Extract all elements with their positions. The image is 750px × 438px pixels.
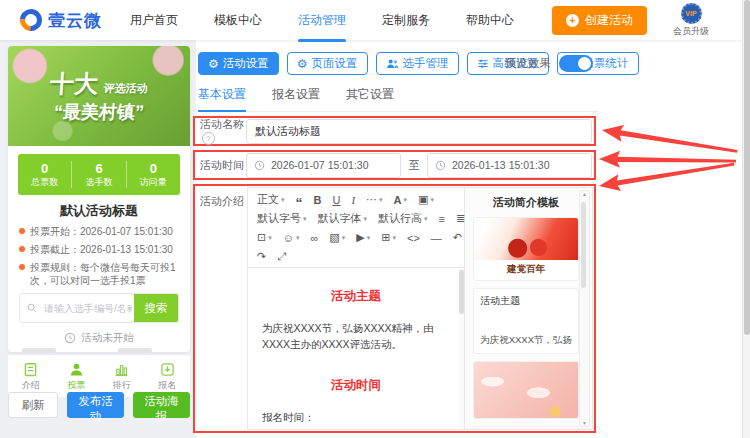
editor-toolbar: 正文▾ “ B U I ⋯▾ A▾ ▣▾ 默认字号▾ 默认字体▾ 默认行高▾ ≡ (248, 188, 464, 267)
person-icon (69, 362, 84, 377)
refresh-button[interactable]: 刷新 (8, 392, 58, 418)
font-color-dropdown[interactable]: A▾ (389, 191, 412, 208)
template-card-pink[interactable] (473, 361, 579, 419)
caret-down-icon: ▾ (392, 234, 396, 242)
scroll-up-icon[interactable]: ▲ (582, 191, 587, 197)
preview-toggle-group: 预览效果 (505, 55, 593, 72)
scrollbar-thumb[interactable] (744, 0, 750, 335)
tab-other-settings[interactable]: 其它设置 (346, 86, 394, 103)
tab-signup[interactable]: 报名 (145, 362, 191, 392)
emoji-dropdown[interactable]: ☺▾ (278, 229, 305, 246)
editor-content-area[interactable]: 活动主题 为庆祝XXXX节，弘扬XXXX精神，由XXXX主办的XXXX评选活动。… (248, 267, 464, 429)
link-icon[interactable]: ∞ (305, 229, 323, 246)
search-button[interactable]: 搜索 (134, 294, 178, 322)
bar-chart-icon (114, 362, 129, 377)
editor-scrollbar[interactable] (459, 268, 464, 429)
scrollbar-thumb[interactable] (581, 202, 586, 288)
nav-item-custom-service[interactable]: 定制服务 (380, 8, 432, 33)
page-scrollbar[interactable] (742, 0, 750, 438)
create-activity-button[interactable]: + 创建活动 (552, 6, 647, 35)
image-dropdown[interactable]: ▧▾ (324, 229, 350, 246)
activity-name-label: 活动名称? (195, 117, 246, 145)
table-dropdown[interactable]: ⊞▾ (376, 229, 401, 246)
activity-info-list: 投票开始：2026-01-07 15:01:30 投票截止：2026-01-13… (8, 225, 190, 287)
search-field[interactable] (20, 294, 134, 322)
bullet-dot-icon (19, 246, 25, 252)
cut-element (118, 348, 152, 353)
video-dropdown[interactable]: ▶▾ (351, 229, 375, 246)
contestant-management-button[interactable]: 选手管理 (376, 52, 459, 75)
caret-down-icon: ▾ (342, 234, 346, 242)
unordered-list-icon[interactable]: ≡ (434, 210, 450, 227)
divider-icon[interactable]: — (426, 229, 447, 246)
content-paragraph-theme: 为庆祝XXXX节，弘扬XXXX精神，由XXXX主办的XXXX评选活动。 (262, 320, 450, 353)
redo-icon[interactable]: ↷ (252, 248, 271, 265)
font-family-dropdown[interactable]: 默认字体▾ (313, 210, 373, 227)
italic-icon[interactable]: I (346, 191, 360, 208)
stat-visits: 0 访问量 (126, 161, 180, 188)
cover-title-small: 评选活动 (103, 81, 148, 96)
tab-signup-settings[interactable]: 报名设置 (272, 86, 320, 103)
start-datetime-input[interactable]: 2026-01-07 15:01:30 (246, 153, 401, 178)
fullscreen-icon[interactable]: ⤢ (272, 248, 291, 265)
caret-down-icon: ▾ (281, 196, 285, 204)
activity-settings-button[interactable]: ⚙ 活动设置 (198, 52, 279, 75)
font-size-dropdown[interactable]: 默认字号▾ (252, 210, 312, 227)
page: 壹云微 用户首页 模板中心 活动管理 定制服务 帮助中心 + 创建活动 VIP … (0, 0, 750, 438)
page-settings-button[interactable]: ⚙ 页面设置 (287, 52, 368, 75)
content-heading-theme: 活动主题 (262, 288, 450, 305)
publish-activity-button[interactable]: 发布活动 (67, 392, 124, 418)
template-card-party[interactable]: 建党百年 (473, 217, 579, 281)
nav-item-user-home[interactable]: 用户首页 (128, 8, 180, 33)
time-separator: 至 (401, 158, 427, 173)
paragraph-style-dropdown[interactable]: 正文▾ (252, 191, 290, 208)
bullet-dot-icon (19, 264, 25, 270)
tab-ranking[interactable]: 排行 (99, 362, 145, 392)
tab-basic-settings[interactable]: 基本设置 (198, 86, 246, 103)
highlight-color-dropdown[interactable]: ▣▾ (413, 191, 439, 208)
activity-intro-row: 活动介绍 正文▾ “ B U I ⋯▾ A▾ ▣▾ 默认字号▾ (193, 184, 596, 433)
clock-icon (435, 160, 446, 171)
blockquote-icon[interactable]: “ (291, 188, 308, 211)
code-icon[interactable]: <> (402, 229, 425, 246)
people-icon (386, 58, 399, 69)
nav-item-template-center[interactable]: 模板中心 (212, 8, 264, 33)
vip-upgrade[interactable]: VIP 会员升级 (673, 3, 709, 38)
settings-tabs: 基本设置 报名设置 其它设置 (198, 86, 598, 112)
template-panel-title: 活动简介模板 (473, 195, 579, 210)
activity-name-input[interactable]: 默认活动标题 (246, 119, 592, 144)
clock-icon (64, 332, 76, 344)
tab-intro[interactable]: 介绍 (8, 362, 54, 392)
tab-vote[interactable]: 投票 (54, 362, 100, 392)
underline-icon[interactable]: U (327, 191, 345, 208)
stat-total-votes: 0 总票数 (18, 161, 71, 188)
template-card-text[interactable]: 活动主题 为庆祝XXXX节，弘扬 (473, 288, 579, 354)
caret-down-icon: ▾ (424, 215, 428, 223)
activity-preview-card: 十大 评选活动 “最美村镇” 0 总票数 6 选手数 0 访问量 默认活动标题 … (8, 46, 190, 352)
toggle-knob (578, 57, 591, 70)
plus-circle-icon: + (566, 14, 579, 27)
nav-item-help-center[interactable]: 帮助中心 (464, 8, 516, 33)
info-vote-start: 投票开始：2026-01-07 15:01:30 (19, 225, 179, 238)
document-icon (23, 362, 38, 377)
preview-toggle[interactable] (559, 55, 593, 72)
indent-dropdown[interactable]: ⊡▾ (252, 229, 277, 246)
activity-name-row: 活动名称? 默认活动标题 (193, 116, 596, 146)
search-input[interactable] (42, 302, 134, 315)
scroll-down-icon[interactable]: ▼ (582, 420, 587, 426)
bold-icon[interactable]: B (309, 191, 327, 208)
rich-text-editor: 正文▾ “ B U I ⋯▾ A▾ ▣▾ 默认字号▾ 默认字体▾ 默认行高▾ ≡ (247, 187, 593, 430)
activity-title: 默认活动标题 (8, 202, 190, 220)
scrollbar-thumb[interactable] (459, 270, 464, 314)
help-question-icon[interactable]: ? (202, 132, 215, 145)
more-formats-dropdown[interactable]: ⋯▾ (361, 191, 388, 208)
template-panel-scrollbar[interactable]: ▲ ▼ (579, 190, 590, 427)
brand-logo[interactable]: 壹云微 (20, 9, 102, 32)
activity-poster-button[interactable]: 活动海报 (133, 392, 190, 418)
nav-item-activity-management[interactable]: 活动管理 (296, 8, 348, 33)
line-height-dropdown[interactable]: 默认行高▾ (373, 210, 433, 227)
end-datetime-input[interactable]: 2026-01-13 15:01:30 (427, 153, 592, 178)
brand-logo-icon (16, 5, 47, 36)
activity-intro-label: 活动介绍 (195, 186, 246, 431)
stats-bar: 0 总票数 6 选手数 0 访问量 (18, 154, 180, 195)
